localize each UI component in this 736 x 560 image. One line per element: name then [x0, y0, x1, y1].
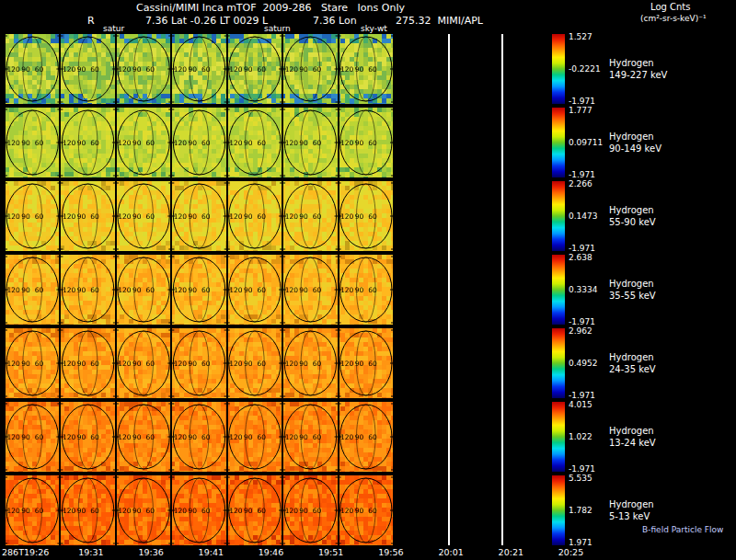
colorbar-max-value: 4.015	[569, 400, 592, 409]
species-name: Hydrogen	[609, 204, 656, 216]
angle-label: 120	[174, 286, 188, 294]
colorbar-title: Log Cnts	[650, 2, 691, 12]
colorbar-min-value: -1.971	[569, 464, 595, 474]
allsky-image-strip: 1209060120906012090601209060120906012090…	[5, 475, 394, 545]
colorbar	[552, 108, 565, 177]
angle-label: 90	[77, 286, 86, 294]
angle-label: 90	[244, 139, 253, 147]
energy-band-row: 1209060120906012090601209060120906012090…	[0, 255, 736, 325]
angle-label: 90	[299, 139, 308, 147]
colorbar	[552, 328, 565, 398]
angle-label: 120	[7, 433, 21, 441]
angle-label: 60	[257, 360, 266, 368]
angle-label: 120	[340, 139, 354, 147]
bfield-flow-label: B-field Particle Flow	[642, 525, 723, 534]
species-label: Hydrogen24-35 keV	[609, 351, 656, 375]
energy-band-row: 1209060120906012090601209060120906012090…	[0, 34, 736, 104]
angle-label: 60	[90, 65, 99, 74]
angle-label: 90	[244, 286, 253, 294]
angle-label: 120	[285, 139, 299, 147]
angle-label: 60	[35, 65, 44, 74]
angle-label: 90	[244, 360, 253, 368]
mimi-inca-display: Cassini/MIMI Inca mTOF 2009-286 Stare Io…	[0, 0, 736, 560]
angle-label: 120	[340, 507, 354, 515]
time-tick-label: 19:36	[138, 547, 163, 557]
angle-label: 60	[201, 360, 211, 368]
colorbar-mid-value: 0.4952	[569, 359, 598, 368]
angle-label: 60	[90, 507, 99, 515]
angle-label: 60	[257, 212, 266, 221]
species-name: Hydrogen	[609, 351, 656, 363]
angle-label: 60	[90, 433, 99, 441]
angle-label: 90	[77, 360, 86, 368]
colorbar	[552, 255, 565, 325]
species-label: Hydrogen5-13 keV	[609, 498, 654, 522]
angle-label: 60	[90, 286, 99, 294]
angle-label: 60	[146, 65, 155, 74]
species-name: Hydrogen	[609, 498, 654, 510]
angle-label: 90	[132, 212, 142, 221]
angle-label: 120	[7, 360, 21, 368]
angle-label: 60	[257, 139, 266, 147]
angle-label: 120	[63, 139, 76, 147]
angle-label: 120	[63, 65, 76, 74]
allsky-overlay: 1209060120906012090601209060120906012090…	[5, 255, 394, 325]
angle-label: 90	[355, 212, 364, 221]
energy-band: 13-24 keV	[609, 437, 656, 449]
energy-band: 149-227 keV	[609, 69, 667, 81]
angle-label: 90	[299, 286, 308, 294]
angle-label: 120	[340, 65, 354, 74]
angle-label: 60	[368, 286, 377, 294]
colorbar-min-value: 1.971	[569, 538, 592, 547]
colorbar-min-value: -1.971	[569, 170, 595, 179]
angle-label: 90	[188, 433, 197, 441]
allsky-overlay: 1209060120906012090601209060120906012090…	[5, 328, 394, 398]
angle-label: 120	[118, 507, 132, 515]
colorbar-max-value: 1.777	[569, 106, 592, 115]
angle-label: 90	[244, 65, 253, 74]
angle-label: 60	[313, 360, 322, 368]
angle-label: 90	[132, 65, 142, 74]
angle-label: 90	[188, 139, 197, 147]
angle-label: 120	[174, 433, 188, 441]
allsky-image-strip: 1209060120906012090601209060120906012090…	[5, 402, 394, 472]
species-name: Hydrogen	[609, 278, 656, 290]
angle-label: 60	[313, 212, 322, 221]
angle-label: 90	[21, 433, 30, 441]
header-info-field: 275.32 MIMI/APL	[396, 15, 483, 27]
angle-label: 120	[340, 212, 354, 221]
allsky-image-strip: 1209060120906012090601209060120906012090…	[5, 181, 394, 251]
angle-label: 90	[188, 212, 197, 221]
colorbar-min-value: -1.971	[569, 244, 595, 253]
colorbar-max-value: 2.962	[569, 326, 592, 336]
angle-label: 120	[63, 360, 76, 368]
angle-label: 90	[21, 507, 30, 515]
angle-label: 90	[299, 65, 308, 74]
angle-label: 120	[229, 507, 243, 515]
time-tick-label: 286T19:26	[2, 547, 49, 557]
angle-label: 90	[132, 360, 142, 368]
energy-band-row: 1209060120906012090601209060120906012090…	[0, 108, 736, 177]
energy-band-row: 1209060120906012090601209060120906012090…	[0, 402, 736, 472]
angle-label: 60	[201, 507, 211, 515]
angle-label: 120	[7, 212, 21, 221]
angle-label: 60	[201, 139, 211, 147]
colorbar-max-value: 2.638	[569, 253, 592, 262]
allsky-image-strip: 1209060120906012090601209060120906012090…	[5, 34, 394, 104]
angle-label: 120	[174, 360, 188, 368]
energy-band-row: 1209060120906012090601209060120906012090…	[0, 181, 736, 251]
species-label: Hydrogen35-55 keV	[609, 278, 656, 302]
angle-label: 120	[118, 65, 132, 74]
energy-band-row: 1209060120906012090601209060120906012090…	[0, 328, 736, 398]
sky-object-label: saturn	[264, 24, 291, 33]
energy-band: 55-90 keV	[609, 216, 656, 228]
angle-label: 90	[21, 139, 30, 147]
allsky-overlay: 1209060120906012090601209060120906012090…	[5, 108, 394, 177]
angle-label: 120	[229, 139, 243, 147]
angle-label: 90	[188, 286, 197, 294]
angle-label: 120	[340, 360, 354, 368]
angle-label: 120	[229, 286, 243, 294]
time-tick-label: 19:51	[318, 547, 343, 557]
time-tick-label: 19:56	[378, 547, 403, 557]
angle-label: 60	[201, 212, 211, 221]
